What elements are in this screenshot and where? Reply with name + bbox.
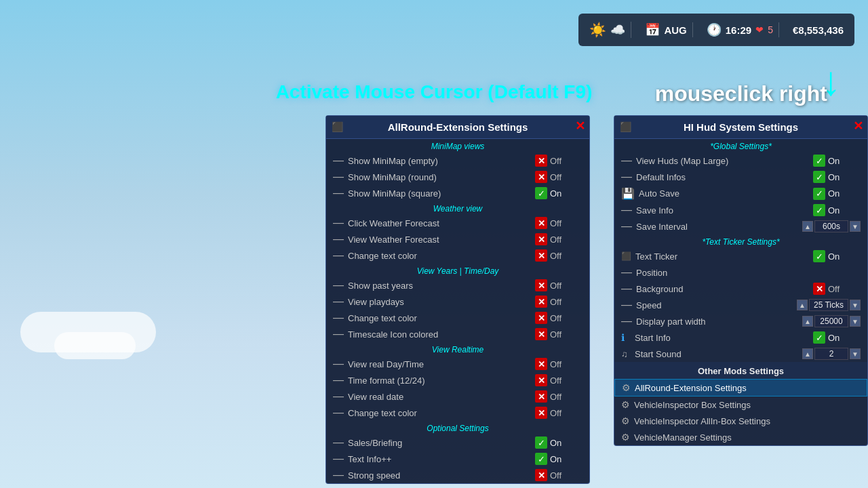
spinner-up-button[interactable]: ▲ xyxy=(802,348,813,359)
view-weather-toggle[interactable]: ✕ Off xyxy=(535,233,583,245)
spinner-down-button[interactable]: ▼ xyxy=(850,300,861,310)
text-info-row[interactable]: — Text Info++ ✓ On xyxy=(326,451,589,467)
top-bar: ☀️ ☁️ 📅 AUG 🕐 16:29 ❤ 5 €8,553,436 xyxy=(578,14,854,46)
gear-icon: ⚙ xyxy=(621,415,630,426)
toggle-off-label: Off xyxy=(550,235,561,245)
start-info-toggle[interactable]: ✓ On xyxy=(813,331,861,344)
time-label: 16:29 xyxy=(726,24,751,36)
view-playdays-row[interactable]: — View playdays ✕ Off xyxy=(326,293,589,310)
background-row[interactable]: — Background ✕ Off xyxy=(614,281,867,297)
spinner-up-button[interactable]: ▲ xyxy=(802,316,813,327)
timescale-icon-toggle[interactable]: ✕ Off xyxy=(535,328,583,340)
start-info-label: Start Info xyxy=(635,333,809,343)
click-weather-toggle[interactable]: ✕ Off xyxy=(535,217,583,229)
display-part-width-row[interactable]: — Display part width ▲ 25000 ▼ xyxy=(614,313,867,329)
change-text-color-weather-row[interactable]: — Change text color ✕ Off xyxy=(326,247,589,264)
global-settings-label: *Global Settings* xyxy=(614,139,867,152)
toggle-off-label: Off xyxy=(550,375,561,386)
default-infos-row[interactable]: — Default Infos ✓ On xyxy=(614,169,867,185)
cloud-2 xyxy=(54,332,136,359)
toggle-off-label: Off xyxy=(550,408,561,418)
text-info-toggle[interactable]: ✓ On xyxy=(535,453,583,465)
weather-section: ☀️ ☁️ xyxy=(584,22,631,38)
view-real-date-toggle[interactable]: ✕ Off xyxy=(535,390,583,403)
view-huds-row[interactable]: — View Huds (Map Large) ✓ On xyxy=(614,152,867,169)
show-past-years-row[interactable]: — Show past years ✕ Off xyxy=(326,277,589,293)
hihud-close-button[interactable]: ✕ xyxy=(853,119,863,134)
dash-icon: — xyxy=(333,374,344,386)
vehicle-manager-mod-item[interactable]: ⚙ VehicleManager Settings xyxy=(614,429,867,445)
default-infos-toggle[interactable]: ✓ On xyxy=(813,171,861,183)
start-info-row[interactable]: ℹ Start Info ✓ On xyxy=(614,329,867,346)
time-format-toggle[interactable]: ✕ Off xyxy=(535,374,583,386)
dash-icon: — xyxy=(621,220,632,232)
optional-section-label: Optional Settings xyxy=(326,421,589,434)
dash-icon: — xyxy=(621,315,632,327)
vehicle-inspector-box-label: VehicleInspector Box Settings xyxy=(634,400,751,410)
sales-briefing-row[interactable]: — Sales/Briefing ✓ On xyxy=(326,434,589,451)
strong-speed-toggle[interactable]: ✕ Off xyxy=(535,469,583,481)
text-ticker-toggle[interactable]: ✓ On xyxy=(813,250,861,262)
checkbox-off-icon: ✕ xyxy=(535,233,547,245)
show-minimap-square-row[interactable]: — Show MiniMap (square) ✓ On xyxy=(326,185,589,201)
position-row[interactable]: — Position xyxy=(614,264,867,281)
speed-row[interactable]: — Speed ▲ 25 Ticks ▼ xyxy=(614,297,867,313)
spinner-down-button[interactable]: ▼ xyxy=(850,348,861,359)
change-text-color-years-label: Change text color xyxy=(348,313,531,323)
change-text-color-years-row[interactable]: — Change text color ✕ Off xyxy=(326,310,589,326)
toggle-off-label: Off xyxy=(550,281,561,291)
checkbox-off-icon: ✕ xyxy=(535,374,547,386)
time-format-row[interactable]: — Time format (12/24) ✕ Off xyxy=(326,372,589,388)
spinner-down-button[interactable]: ▼ xyxy=(850,316,861,327)
calendar-section: 📅 AUG xyxy=(639,22,692,37)
spinner-down-button[interactable]: ▼ xyxy=(850,221,861,232)
auto-save-row[interactable]: 💾 Auto Save ✓ On xyxy=(614,185,867,202)
view-real-date-row[interactable]: — View real date ✕ Off xyxy=(326,388,589,405)
show-minimap-empty-toggle[interactable]: ✕ Off xyxy=(535,155,583,167)
spinner-up-button[interactable]: ▲ xyxy=(797,300,808,310)
change-text-color-realtime-toggle[interactable]: ✕ Off xyxy=(535,407,583,419)
background-toggle[interactable]: ✕ Off xyxy=(813,283,861,295)
sales-briefing-toggle[interactable]: ✓ On xyxy=(535,436,583,449)
change-text-color-weather-toggle[interactable]: ✕ Off xyxy=(535,249,583,262)
show-past-years-toggle[interactable]: ✕ Off xyxy=(535,279,583,291)
timescale-icon-colored-row[interactable]: — Timescale Icon colored ✕ Off xyxy=(326,326,589,342)
start-sound-spinner[interactable]: ▲ 2 ▼ xyxy=(802,348,861,360)
show-minimap-round-toggle[interactable]: ✕ Off xyxy=(535,171,583,183)
speed-spinner[interactable]: ▲ 25 Ticks ▼ xyxy=(797,299,861,311)
display-part-width-spinner[interactable]: ▲ 25000 ▼ xyxy=(802,315,861,327)
auto-save-toggle[interactable]: ✓ On xyxy=(813,188,861,200)
spinner-up-button[interactable]: ▲ xyxy=(802,221,813,232)
save-info-row[interactable]: — Save Info ✓ On xyxy=(614,202,867,218)
vehicle-inspector-allin-mod-item[interactable]: ⚙ VehicleInspector AllIn-Box Settings xyxy=(614,413,867,429)
save-info-label: Save Info xyxy=(636,205,809,216)
click-weather-row[interactable]: — Click Weather Forecast ✕ Off xyxy=(326,215,589,231)
view-real-day-time-row[interactable]: — View real Day/Time ✕ Off xyxy=(326,356,589,372)
checkbox-off-icon: ✕ xyxy=(813,283,825,295)
change-text-color-years-toggle[interactable]: ✕ Off xyxy=(535,312,583,324)
save-interval-spinner[interactable]: ▲ 600s ▼ xyxy=(802,220,861,232)
vehicle-inspector-box-mod-item[interactable]: ⚙ VehicleInspector Box Settings xyxy=(614,396,867,413)
text-ticker-row[interactable]: ⬛ Text Ticker ✓ On xyxy=(614,248,867,264)
start-sound-label: Start Sound xyxy=(635,349,798,359)
show-minimap-empty-row[interactable]: — Show MiniMap (empty) ✕ Off xyxy=(326,152,589,169)
show-minimap-round-row[interactable]: — Show MiniMap (round) ✕ Off xyxy=(326,169,589,185)
save-interval-row[interactable]: — Save Interval ▲ 600s ▼ xyxy=(614,218,867,235)
view-huds-toggle[interactable]: ✓ On xyxy=(813,155,861,167)
strong-speed-row[interactable]: — Strong speed ✕ Off xyxy=(326,467,589,483)
view-weather-row[interactable]: — View Weather Forecast ✕ Off xyxy=(326,231,589,247)
view-playdays-toggle[interactable]: ✕ Off xyxy=(535,296,583,308)
checkbox-on-icon: ✓ xyxy=(813,331,825,344)
change-text-color-realtime-row[interactable]: — Change text color ✕ Off xyxy=(326,405,589,421)
view-real-day-time-toggle[interactable]: ✕ Off xyxy=(535,358,583,370)
allround-corner-icon: ⬛ xyxy=(332,121,343,132)
start-sound-row[interactable]: ♫ Start Sound ▲ 2 ▼ xyxy=(614,346,867,362)
show-minimap-square-toggle[interactable]: ✓ On xyxy=(535,187,583,199)
dash-icon: — xyxy=(333,249,344,262)
allround-mod-item[interactable]: ⚙ AllRound-Extension Settings xyxy=(614,379,867,396)
save-info-toggle[interactable]: ✓ On xyxy=(813,204,861,216)
allround-panel-title: AllRound-Extension Settings xyxy=(388,121,528,133)
allround-close-button[interactable]: ✕ xyxy=(575,119,585,134)
checkbox-on-icon: ✓ xyxy=(813,171,825,183)
toggle-off-label: Off xyxy=(550,172,561,182)
